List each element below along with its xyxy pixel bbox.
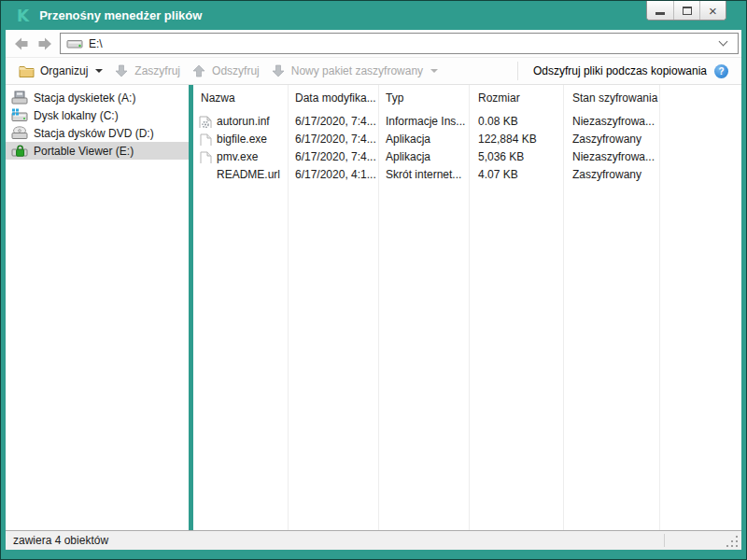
file-type-cell: Aplikacja: [378, 133, 469, 146]
drive-label: Stacja dyskietek (A:): [34, 91, 135, 105]
file-modified-cell: 6/17/2020, 7:4...: [288, 115, 378, 128]
decrypt-on-copy-label[interactable]: Odszyfruj pliki podczas kopiowania: [533, 64, 707, 77]
minimize-icon: [655, 12, 665, 15]
encrypted-drive-icon: [11, 144, 28, 158]
navigation-bar: [6, 30, 741, 58]
file-encryption-cell: Zaszyfrowany: [563, 168, 659, 181]
toolbar: Organizuj Zaszyfruj Odszyfruj Nowy pakie…: [6, 58, 741, 85]
column-header-label: Stan szyfrowania: [572, 91, 657, 105]
column-header-encryption[interactable]: Stan szyfrowania: [563, 91, 659, 105]
file-name: pmv.exe: [217, 150, 258, 163]
sidebar-item-drive-d[interactable]: Stacja dysków DVD (D:): [6, 124, 189, 142]
status-bar: zawiera 4 obiektów: [6, 530, 741, 550]
file-name-cell: bigfile.exe: [193, 133, 288, 146]
file-name-cell: README.url: [193, 168, 288, 181]
new-package-dropdown-icon: [430, 69, 438, 73]
maximize-button[interactable]: [673, 1, 699, 20]
file-row-readme[interactable]: README.url 6/17/2020, 4:1... Skrót inter…: [193, 165, 741, 183]
forward-button[interactable]: [33, 33, 54, 55]
list-header: Nazwa Data modyfika... Typ Rozmiar Stan …: [193, 85, 741, 107]
file-size-cell: 0.08 KB: [469, 115, 563, 128]
sidebar-item-drive-c[interactable]: Dysk lokalny (C:): [6, 106, 189, 124]
file-encryption-cell: Niezaszyfrowa...: [563, 115, 659, 128]
help-icon[interactable]: ?: [714, 64, 728, 78]
decrypt-label: Odszyfruj: [212, 64, 260, 77]
folder-icon: [19, 64, 35, 77]
address-dropdown-icon[interactable]: [719, 37, 728, 47]
sidebar-item-drive-a[interactable]: Stacja dyskietek (A:): [6, 89, 189, 106]
organize-label: Organizuj: [40, 64, 88, 77]
file-name-cell: autorun.inf: [193, 115, 288, 128]
address-bar[interactable]: [60, 33, 739, 54]
file-modified-cell: 6/17/2020, 4:1...: [288, 168, 378, 181]
local-disk-icon: [11, 108, 28, 122]
encrypt-button[interactable]: Zaszyfruj: [108, 60, 186, 82]
back-arrow-icon: [14, 36, 31, 51]
file-row-pmv[interactable]: pmv.exe 6/17/2020, 7:4... Aplikacja 5,03…: [193, 147, 741, 165]
close-icon: ×: [709, 4, 717, 18]
file-row-bigfile[interactable]: bigfile.exe 6/17/2020, 7:4... Aplikacja …: [193, 130, 741, 147]
setup-information-icon: [198, 116, 213, 128]
column-header-label: Nazwa: [201, 91, 235, 105]
file-modified-cell: 6/17/2020, 7:4...: [288, 133, 378, 146]
file-icon: [198, 151, 213, 163]
file-list: Nazwa Data modyfika... Typ Rozmiar Stan …: [193, 85, 741, 530]
column-header-size[interactable]: Rozmiar: [469, 91, 563, 105]
file-type-cell: Informacje Ins...: [378, 115, 469, 128]
file-name: autorun.inf: [217, 115, 270, 128]
window-controls: ×: [646, 1, 726, 21]
column-header-modified[interactable]: Data modyfika...: [288, 91, 378, 105]
kaspersky-logo-icon: K: [17, 7, 28, 25]
drive-label: Stacja dysków DVD (D:): [34, 127, 154, 140]
dvd-drive-icon: [11, 126, 28, 140]
portable-file-manager-window: K Przenośny menedżer plików ×: [0, 0, 747, 560]
floppy-drive-icon: [11, 91, 28, 105]
close-button[interactable]: ×: [699, 1, 726, 20]
file-name-cell: pmv.exe: [193, 150, 288, 163]
toolbar-separator: [517, 62, 518, 80]
window-title: Przenośny menedżer plików: [39, 8, 202, 22]
column-header-label: Rozmiar: [478, 91, 520, 105]
organize-dropdown-icon: [95, 69, 103, 73]
decrypt-button[interactable]: Odszyfruj: [186, 60, 265, 82]
file-size-cell: 4.07 KB: [469, 168, 563, 181]
resize-grip-icon[interactable]: [726, 536, 738, 547]
title-bar[interactable]: K Przenośny menedżer plików ×: [1, 1, 746, 30]
column-header-name[interactable]: Nazwa: [193, 91, 288, 105]
file-rows: autorun.inf 6/17/2020, 7:4... Informacje…: [193, 112, 741, 183]
file-name: bigfile.exe: [217, 133, 267, 146]
arrow-up-icon: [191, 63, 206, 78]
back-button[interactable]: [11, 33, 33, 55]
column-header-label: Data modyfika...: [295, 91, 376, 105]
sidebar-item-drive-e[interactable]: Portable Viewer (E:): [6, 142, 189, 160]
file-type-cell: Aplikacja: [378, 150, 469, 163]
new-encrypted-package-button[interactable]: Nowy pakiet zaszyfrowany: [265, 60, 444, 82]
address-input[interactable]: [89, 37, 720, 50]
status-text: zawiera 4 obiektów: [13, 534, 108, 547]
status-separator: [664, 534, 665, 547]
file-size-cell: 5,036 KB: [469, 150, 563, 163]
file-modified-cell: 6/17/2020, 7:4...: [288, 150, 378, 163]
arrow-down-icon: [114, 63, 129, 78]
new-encrypted-package-label: Nowy pakiet zaszyfrowany: [291, 64, 423, 77]
file-row-autorun[interactable]: autorun.inf 6/17/2020, 7:4... Informacje…: [193, 112, 741, 130]
forward-arrow-icon: [35, 36, 52, 51]
file-type-cell: Skrót internet...: [378, 168, 469, 181]
drive-label: Dysk lokalny (C:): [34, 109, 119, 122]
column-header-label: Typ: [386, 91, 403, 105]
file-name: README.url: [217, 168, 280, 181]
file-size-cell: 122,884 KB: [469, 133, 563, 146]
main-area: Stacja dyskietek (A:) Dysk lokalny (C:): [6, 85, 741, 530]
organize-button[interactable]: Organizuj: [13, 60, 108, 82]
encrypt-label: Zaszyfruj: [134, 64, 180, 77]
window-frame-bottom: [1, 550, 746, 559]
file-encryption-cell: Niezaszyfrowa...: [563, 150, 659, 163]
minimize-button[interactable]: [647, 1, 673, 20]
file-icon: [198, 133, 213, 146]
arrow-down-icon: [271, 63, 286, 78]
file-encryption-cell: Zaszyfrowany: [563, 133, 659, 146]
drive-label: Portable Viewer (E:): [34, 145, 134, 158]
column-header-type[interactable]: Typ: [378, 91, 469, 105]
drive-sidebar: Stacja dyskietek (A:) Dysk lokalny (C:): [6, 85, 189, 530]
maximize-icon: [683, 7, 692, 15]
